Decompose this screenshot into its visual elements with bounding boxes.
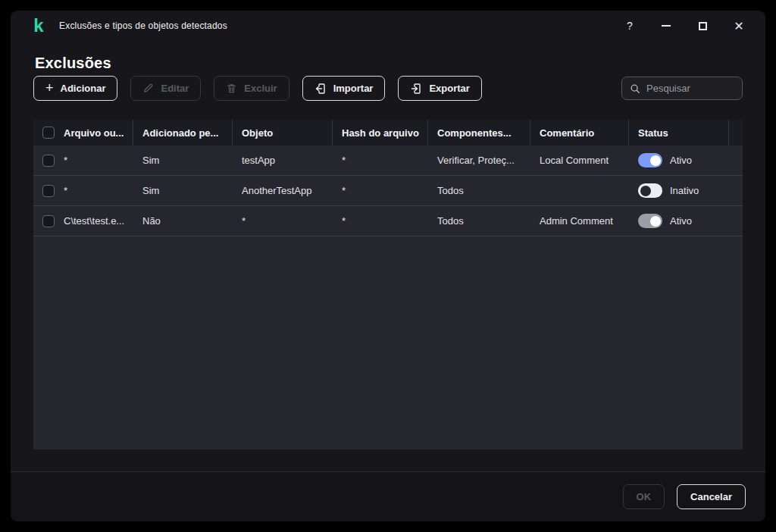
minimize-button[interactable]: [653, 15, 679, 36]
plus-icon: +: [45, 81, 54, 95]
cell-comment: Admin Comment: [530, 215, 629, 227]
import-icon: [314, 83, 327, 95]
cell-components: Verificar, Proteç...: [428, 155, 530, 166]
export-button[interactable]: Exportar: [398, 76, 481, 101]
row-checkbox[interactable]: [42, 185, 55, 197]
pencil-icon: [142, 83, 154, 94]
close-icon: ✕: [734, 19, 743, 33]
cell-object: *: [233, 215, 333, 227]
trash-icon: [226, 83, 237, 94]
select-all-checkbox[interactable]: [42, 127, 55, 139]
table-header-row: Arquivo ou... Adicionado pe... Objeto Ha…: [33, 120, 743, 146]
status-label: Ativo: [670, 215, 692, 227]
search-icon: [630, 83, 640, 94]
cell-file: *: [64, 185, 67, 196]
cell-hash: *: [333, 155, 428, 166]
import-button[interactable]: Importar: [302, 76, 386, 101]
title-bar: k Exclusões e tipos de objetos detectado…: [11, 11, 765, 41]
cell-comment: Local Comment: [530, 155, 629, 166]
help-button[interactable]: ?: [617, 15, 643, 36]
table-row[interactable]: C\test\test.e... Não * * Todos Admin Com…: [33, 206, 743, 236]
header-status: Status: [629, 120, 729, 146]
delete-button[interactable]: Excluir: [214, 76, 289, 101]
cell-components: Todos: [428, 215, 530, 227]
window-title: Exclusões e tipos de objetos detectados: [59, 20, 227, 31]
edit-button[interactable]: Editar: [130, 76, 201, 101]
cell-added-by: Sim: [133, 155, 233, 166]
cell-object: testApp: [233, 155, 333, 166]
header-spacer: [729, 120, 743, 146]
dialog-window: k Exclusões e tipos de objetos detectado…: [11, 11, 765, 521]
cell-added-by: Sim: [133, 185, 233, 196]
header-comment: Comentário: [530, 120, 629, 146]
close-button[interactable]: ✕: [726, 15, 752, 36]
add-button-label: Adicionar: [61, 83, 106, 94]
search-input[interactable]: [646, 83, 734, 94]
delete-button-label: Excluir: [244, 83, 277, 94]
export-icon: [410, 83, 422, 95]
status-toggle[interactable]: [638, 183, 662, 198]
status-label: Inativo: [670, 185, 699, 196]
search-box: [621, 77, 743, 100]
table-row[interactable]: * Sim AnotherTestApp * Todos Inativo: [33, 176, 743, 206]
header-hash: Hash do arquivo: [333, 120, 428, 146]
maximize-button[interactable]: [690, 15, 715, 36]
header-added-by: Adicionado pe...: [133, 120, 233, 146]
export-button-label: Exportar: [429, 83, 469, 94]
row-checkbox[interactable]: [42, 155, 55, 167]
header-object: Objeto: [233, 120, 333, 146]
minimize-icon: [662, 25, 671, 27]
edit-button-label: Editar: [161, 83, 189, 94]
cell-added-by: Não: [133, 215, 233, 227]
cancel-button[interactable]: Cancelar: [677, 484, 746, 509]
kaspersky-logo-icon: k: [30, 17, 47, 34]
status-label: Ativo: [670, 155, 692, 166]
status-toggle[interactable]: [638, 214, 662, 228]
row-checkbox[interactable]: [42, 215, 55, 227]
page-title: Exclusões: [35, 55, 111, 72]
cell-file: C\test\test.e...: [64, 215, 124, 227]
cell-components: Todos: [428, 185, 530, 196]
cell-file: *: [64, 155, 67, 166]
ok-button[interactable]: OK: [623, 484, 665, 509]
footer: OK Cancelar: [11, 472, 765, 521]
exclusions-table: Arquivo ou... Adicionado pe... Objeto Ha…: [33, 120, 743, 449]
cell-object: AnotherTestApp: [233, 185, 333, 196]
status-toggle[interactable]: [638, 153, 662, 167]
header-components: Componentes...: [428, 120, 530, 146]
toolbar: + Adicionar Editar Excluir Importar: [33, 76, 743, 101]
maximize-icon: [699, 22, 707, 30]
cell-hash: *: [333, 185, 428, 196]
table-row[interactable]: * Sim testApp * Verificar, Proteç... Loc…: [33, 146, 743, 176]
header-file: Arquivo ou...: [64, 127, 124, 139]
import-button-label: Importar: [333, 83, 374, 94]
help-icon: ?: [627, 20, 633, 32]
cell-hash: *: [333, 215, 428, 227]
add-button[interactable]: + Adicionar: [33, 76, 117, 101]
